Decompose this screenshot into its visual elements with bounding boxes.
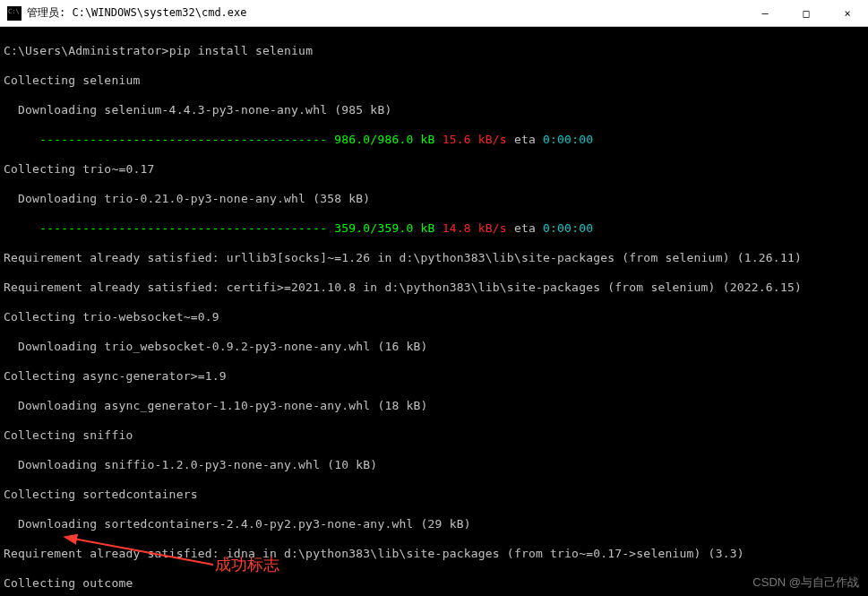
close-button[interactable]: ×	[827, 0, 868, 26]
output-line: Collecting sniffio	[4, 428, 864, 444]
output-line: Downloading async_generator-1.10-py3-non…	[4, 399, 864, 414]
output-line: Collecting outcome	[4, 576, 864, 592]
maximize-button[interactable]: □	[786, 0, 827, 26]
output-line: Collecting trio~=0.17	[4, 162, 864, 177]
progress-bytes: 986.0/986.0 kB	[334, 133, 442, 146]
output-line: Downloading sortedcontainers-2.4.0-py2.p…	[4, 517, 864, 532]
output-line: Collecting sortedcontainers	[4, 488, 864, 503]
output-line: Requirement already satisfied: urllib3[s…	[4, 251, 864, 266]
output-line: Requirement already satisfied: certifi>=…	[4, 281, 864, 296]
progress-speed: 14.8 kB/s	[443, 221, 514, 235]
progress-eta-label: eta	[514, 133, 543, 146]
output-line: Requirement already satisfied: idna in d…	[4, 547, 864, 562]
output-line: Collecting async-generator>=1.9	[4, 369, 864, 384]
terminal-output[interactable]: C:\Users\Administrator>pip install selen…	[0, 27, 868, 596]
progress-bar: ----------------------------------------	[4, 221, 334, 235]
output-line: Collecting selenium	[4, 73, 864, 89]
progress-eta: 0:00:00	[543, 221, 593, 235]
window-title: 管理员: C:\WINDOWS\system32\cmd.exe	[27, 5, 744, 21]
output-line: Downloading sniffio-1.2.0-py3-none-any.w…	[4, 458, 864, 473]
output-line: Downloading selenium-4.4.3-py3-none-any.…	[4, 103, 864, 118]
progress-eta: 0:00:00	[543, 133, 593, 146]
progress-bar: ----------------------------------------	[4, 133, 334, 146]
window-controls: — □ ×	[744, 0, 868, 26]
prompt: C:\Users\Administrator>	[4, 44, 169, 57]
progress-bytes: 359.0/359.0 kB	[334, 221, 442, 235]
progress-speed: 15.6 kB/s	[443, 133, 514, 146]
watermark: CSDN @与自己作战	[752, 574, 859, 591]
annotation-label: 成功标志	[215, 554, 279, 575]
output-line: Downloading trio-0.21.0-py3-none-any.whl…	[4, 192, 864, 207]
minimize-button[interactable]: —	[744, 0, 786, 26]
output-line: Downloading trio_websocket-0.9.2-py3-non…	[4, 340, 864, 355]
titlebar: 管理员: C:\WINDOWS\system32\cmd.exe — □ ×	[0, 0, 868, 27]
command-text: pip install selenium	[169, 44, 314, 57]
progress-eta-label: eta	[514, 221, 543, 235]
output-line: Collecting trio-websocket~=0.9	[4, 310, 864, 325]
cmd-icon	[7, 6, 21, 21]
